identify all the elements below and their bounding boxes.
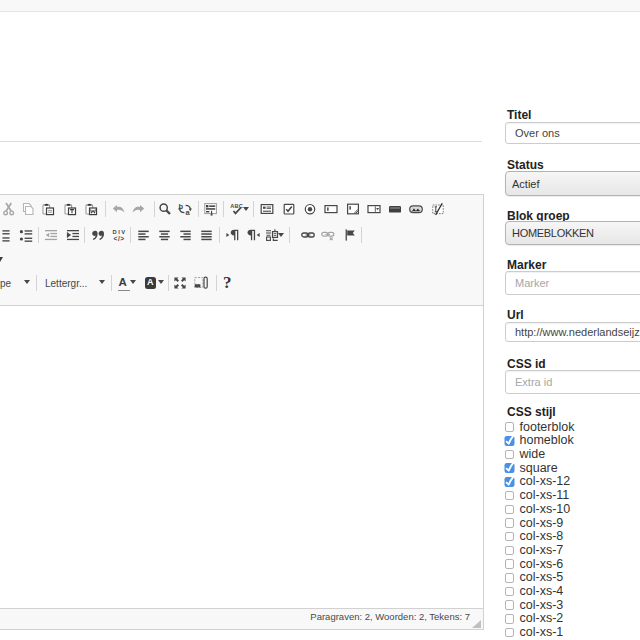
svg-text:</>: </> (113, 235, 124, 242)
